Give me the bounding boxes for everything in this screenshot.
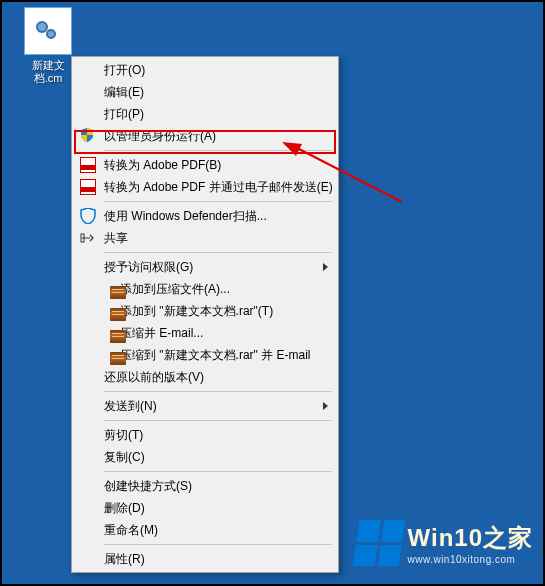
menu-print-label: 打印(P) (104, 106, 332, 123)
menu-cut-label: 剪切(T) (104, 427, 332, 444)
separator (104, 150, 332, 151)
separator (104, 201, 332, 202)
menu-compress-to-email-label: 压缩到 "新建文本文档.rar" 并 E-mail (120, 347, 332, 364)
menu-add-to-rar-label: 添加到 "新建文本文档.rar"(T) (120, 303, 332, 320)
menu-cut[interactable]: 剪切(T) (74, 424, 336, 446)
shield-icon (80, 128, 94, 142)
menu-edit[interactable]: 编辑(E) (74, 81, 336, 103)
menu-delete[interactable]: 删除(D) (74, 497, 336, 519)
separator (104, 252, 332, 253)
share-icon (80, 230, 96, 246)
windows-logo-icon (352, 520, 404, 566)
desktop-file-label: 新建文 档.cm (20, 59, 76, 85)
menu-compress-email-label: 压缩并 E-mail... (120, 325, 332, 342)
menu-share[interactable]: 共享 (74, 227, 336, 249)
menu-open-label: 打开(O) (104, 62, 332, 79)
menu-restore-prev[interactable]: 还原以前的版本(V) (74, 366, 336, 388)
brand-title: Win10之家 (408, 522, 533, 554)
menu-convert-pdf-email[interactable]: 转换为 Adobe PDF 并通过电子邮件发送(E) (74, 176, 336, 198)
menu-create-shortcut-label: 创建快捷方式(S) (104, 478, 332, 495)
pdf-icon (80, 157, 96, 173)
menu-defender-scan[interactable]: 使用 Windows Defender扫描... (74, 205, 336, 227)
separator (104, 471, 332, 472)
rar-icon (110, 308, 126, 321)
rar-icon (110, 330, 126, 343)
menu-add-to-rar[interactable]: 添加到 "新建文本文档.rar"(T) (74, 300, 336, 322)
pdf-email-icon (80, 179, 96, 195)
menu-add-archive-label: 添加到压缩文件(A)... (120, 281, 332, 298)
separator (104, 420, 332, 421)
brand-url: www.win10xitong.com (408, 554, 533, 565)
menu-send-to-label: 发送到(N) (104, 398, 332, 415)
menu-compress-email[interactable]: 压缩并 E-mail... (74, 322, 336, 344)
menu-rename-label: 重命名(M) (104, 522, 332, 539)
menu-convert-pdf[interactable]: 转换为 Adobe PDF(B) (74, 154, 336, 176)
separator (104, 544, 332, 545)
rar-icon (110, 352, 126, 365)
menu-convert-pdf-label: 转换为 Adobe PDF(B) (104, 157, 332, 174)
menu-edit-label: 编辑(E) (104, 84, 332, 101)
menu-send-to[interactable]: 发送到(N) (74, 395, 336, 417)
menu-print[interactable]: 打印(P) (74, 103, 336, 125)
menu-add-archive[interactable]: 添加到压缩文件(A)... (74, 278, 336, 300)
rar-icon (110, 286, 126, 299)
gear-icon (36, 21, 60, 41)
chevron-right-icon (323, 402, 328, 410)
context-menu: 打开(O) 编辑(E) 打印(P) 以管理员身份运行(A) 转换为 Adobe … (71, 56, 339, 573)
menu-restore-prev-label: 还原以前的版本(V) (104, 369, 332, 386)
separator (104, 391, 332, 392)
menu-convert-pdf-email-label: 转换为 Adobe PDF 并通过电子邮件发送(E) (104, 179, 333, 196)
branding: Win10之家 www.win10xitong.com (356, 520, 533, 566)
cmd-file-icon (24, 7, 72, 55)
menu-run-as-admin-label: 以管理员身份运行(A) (104, 128, 332, 145)
chevron-right-icon (323, 263, 328, 271)
menu-share-label: 共享 (104, 230, 332, 247)
menu-rename[interactable]: 重命名(M) (74, 519, 336, 541)
defender-icon (80, 208, 96, 224)
menu-copy[interactable]: 复制(C) (74, 446, 336, 468)
menu-open[interactable]: 打开(O) (74, 59, 336, 81)
menu-create-shortcut[interactable]: 创建快捷方式(S) (74, 475, 336, 497)
desktop-file-icon[interactable]: 新建文 档.cm (20, 7, 76, 85)
menu-properties[interactable]: 属性(R) (74, 548, 336, 570)
menu-defender-label: 使用 Windows Defender扫描... (104, 208, 332, 225)
menu-grant-access[interactable]: 授予访问权限(G) (74, 256, 336, 278)
menu-run-as-admin[interactable]: 以管理员身份运行(A) (74, 125, 336, 147)
menu-grant-access-label: 授予访问权限(G) (104, 259, 332, 276)
menu-properties-label: 属性(R) (104, 551, 332, 568)
menu-copy-label: 复制(C) (104, 449, 332, 466)
menu-compress-to-email[interactable]: 压缩到 "新建文本文档.rar" 并 E-mail (74, 344, 336, 366)
menu-delete-label: 删除(D) (104, 500, 332, 517)
